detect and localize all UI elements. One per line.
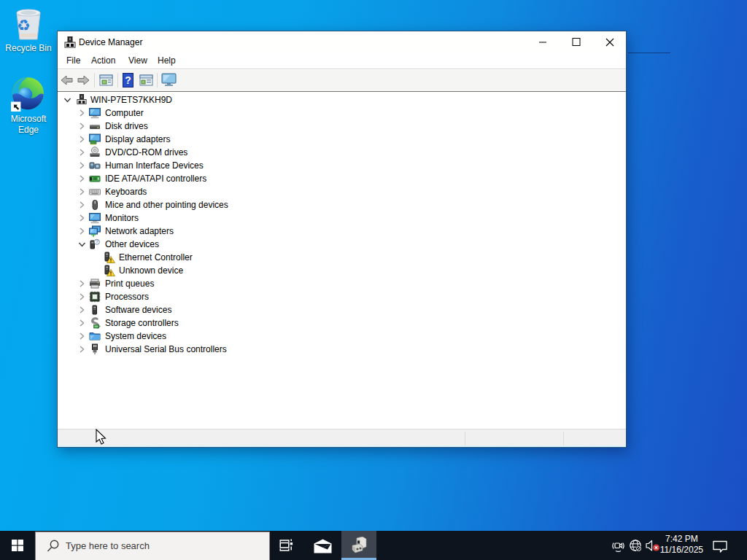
- svg-text:?: ?: [125, 74, 131, 86]
- svg-text:?: ?: [96, 239, 98, 244]
